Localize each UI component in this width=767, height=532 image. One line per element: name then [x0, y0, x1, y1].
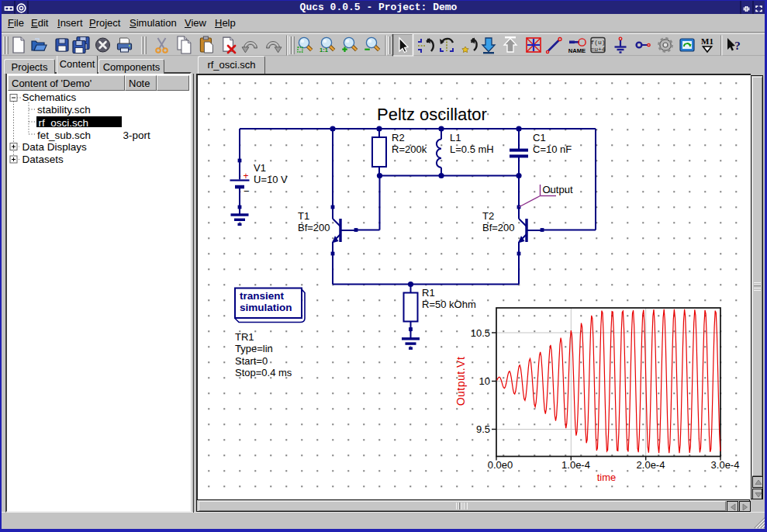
svg-text:R=50 kOhm: R=50 kOhm — [422, 299, 476, 310]
svg-text:?: ? — [734, 40, 741, 52]
svg-text:T2: T2 — [482, 210, 494, 222]
svg-text:9.5: 9.5 — [476, 423, 490, 435]
svg-text:2.0e-4: 2.0e-4 — [637, 459, 665, 471]
svg-text:R1: R1 — [422, 287, 435, 299]
svg-text:C1: C1 — [533, 132, 546, 143]
svg-text:0.0e0: 0.0e0 — [488, 459, 513, 471]
svg-text:f(u): f(u) — [590, 39, 605, 46]
svg-text:T1: T1 — [298, 210, 309, 222]
svg-text:−: − — [244, 185, 250, 197]
svg-text:1:1: 1:1 — [320, 47, 328, 54]
svg-text:Bf=200: Bf=200 — [298, 222, 330, 233]
svg-text:U=10 V: U=10 V — [254, 174, 288, 185]
svg-text:Output.Vt: Output.Vt — [454, 357, 467, 406]
svg-text:Peltz oscillator: Peltz oscillator — [377, 105, 487, 124]
svg-text:+: + — [244, 171, 249, 181]
svg-text:TR1: TR1 — [235, 331, 254, 343]
svg-text:Type=lin: Type=lin — [235, 343, 273, 354]
svg-text:10.5: 10.5 — [471, 327, 490, 339]
svg-text:C=10 nF: C=10 nF — [533, 143, 572, 155]
svg-text:R2: R2 — [392, 132, 405, 143]
svg-text:L=0.5 mH: L=0.5 mH — [450, 143, 494, 155]
svg-text:1.0e-4: 1.0e-4 — [561, 459, 590, 471]
svg-text:time: time — [597, 472, 617, 483]
svg-text:transient: transient — [240, 290, 285, 302]
svg-text:Output: Output — [543, 184, 573, 195]
svg-text:V1: V1 — [254, 162, 266, 174]
svg-text:Stop=0.4 ms: Stop=0.4 ms — [235, 367, 292, 378]
svg-text:Bf=200: Bf=200 — [482, 222, 515, 233]
svg-text:L1: L1 — [450, 132, 461, 143]
svg-text:10: 10 — [479, 375, 490, 387]
svg-text:NAME: NAME — [568, 47, 586, 54]
svg-text:3.0e-4: 3.0e-4 — [711, 459, 740, 471]
svg-text:Start=0: Start=0 — [235, 355, 268, 367]
svg-text:=u+4: =u+4 — [590, 46, 605, 53]
svg-text:simulation: simulation — [240, 302, 292, 313]
svg-text:M1: M1 — [701, 36, 713, 46]
svg-text:R=200k: R=200k — [392, 143, 427, 155]
